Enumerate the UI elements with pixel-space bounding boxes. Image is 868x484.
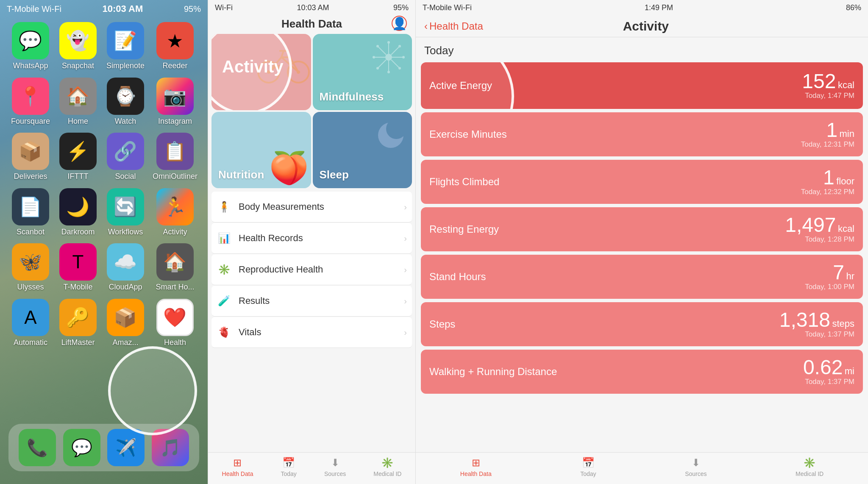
flights-climbed-item[interactable]: Flights Climbed 1 floor Today, 12:32 PM [421,160,863,204]
app-icon-img-deliveries: 📦 [12,133,49,170]
svg-line-19 [391,46,400,55]
app-icon-scanbot[interactable]: 📄Scanbot [10,188,51,237]
health-data-tab-icon: ⊞ [233,457,242,469]
dock-icon-spark[interactable]: ✈️ [107,429,145,466]
results-item[interactable]: 🧪 Results › [211,286,412,317]
flights-value: 1 floor Today, 12:32 PM [801,167,854,196]
vitals-label: Vitals [239,327,404,338]
steps-item[interactable]: Steps 1,318 steps Today, 1:37 PM [421,302,863,346]
app-icon-tmobile[interactable]: TT-Mobile [58,243,98,292]
results-chevron: › [404,296,407,306]
resting-energy-item[interactable]: Resting Energy 1,497 kcal Today, 1:28 PM [421,207,863,251]
active-energy-date: Today, 1:47 PM [802,92,854,100]
nutrition-tile[interactable]: Nutrition 🍑 [211,112,311,188]
resting-number: 1,497 [785,214,836,236]
nutrition-label: Nutrition [218,168,304,181]
app-icon-img-activity: 🏃 [156,188,194,225]
health-records-item[interactable]: 📊 Health Records › [211,223,412,254]
back-label: Health Data [429,20,483,32]
app-icon-home[interactable]: 🏠Home [58,78,98,126]
app-icon-amazon[interactable]: 📦Amaz... [105,299,146,348]
act-medical-id-icon: ✳️ [803,457,816,469]
app-icon-img-liftmaster: 🔑 [59,299,97,336]
app-icon-omni[interactable]: 📋OmniOutliner [153,133,198,181]
tab-health-data[interactable]: ⊞ Health Data [222,457,253,477]
app-icon-activity[interactable]: 🏃Activity [153,188,198,237]
resting-value: 1,497 kcal Today, 1:28 PM [785,215,854,244]
exercise-minutes-item[interactable]: Exercise Minutes 1 min Today, 12:31 PM [421,112,863,156]
profile-icon[interactable]: 👤 [392,16,407,31]
app-icon-foursquare[interactable]: 📍Foursquare [10,78,51,126]
app-label-cloudapp: CloudApp [108,283,142,292]
health-list: 🧍 Body Measurements › 📊 Health Records ›… [208,190,415,452]
health-tiles-grid: Activity [208,32,415,190]
svg-point-28 [376,67,379,70]
app-icon-img-scanbot: 📄 [12,188,49,225]
app-icon-ifttt[interactable]: ⚡IFTTT [58,133,98,181]
act-tab-health-data[interactable]: ⊞ Health Data [460,457,492,477]
moon-icon [372,118,406,154]
dock-icon-messages[interactable]: 💬 [63,429,100,466]
flights-label: Flights Climbed [429,176,499,188]
app-icon-smartho[interactable]: 🏠Smart Ho... [153,243,198,292]
activity-tile[interactable]: Activity [211,34,311,110]
dock-icon-phone[interactable]: 📞 [19,429,56,466]
app-icon-img-whatsapp: 💬 [12,22,49,59]
app-icon-workflows[interactable]: 🔄Workflows [105,188,146,237]
stand-value: 7 hr Today, 1:00 PM [805,262,854,291]
app-icon-instagram[interactable]: 📷Instagram [153,78,198,126]
tab-medical-id[interactable]: ✳️ Medical ID [373,457,401,477]
dock-icon-music[interactable]: 🎵 [152,429,189,466]
walking-running-item[interactable]: Walking + Running Distance 0.62 mi Today… [421,350,863,394]
app-icon-simplenote[interactable]: 📝Simplenote [105,22,146,71]
stand-date: Today, 1:00 PM [805,283,854,291]
flights-unit: floor [836,176,854,186]
app-icon-health[interactable]: ❤️Health [153,299,198,348]
mindfulness-tile[interactable]: Mindfulness [313,34,412,110]
app-icon-snapchat[interactable]: 👻Snapchat [58,22,98,71]
back-button[interactable]: ‹ Health Data [424,20,483,32]
tab-sources[interactable]: ⬇ Sources [324,457,346,477]
app-label-health: Health [164,338,186,348]
act-tab-sources[interactable]: ⬇ Sources [685,457,707,477]
reproductive-item[interactable]: ✳️ Reproductive Health › [211,254,412,285]
app-icon-darkroom[interactable]: 🌙Darkroom [58,188,98,237]
vitals-item[interactable]: 🫀 Vitals › [211,317,412,348]
sleep-tile[interactable]: Sleep [313,112,412,188]
app-icon-whatsapp[interactable]: 💬WhatsApp [10,22,51,71]
app-label-social: Social [115,172,136,181]
vitals-icon: 🫀 [217,325,232,340]
svg-line-20 [378,60,386,68]
act-tab-medical-id[interactable]: ✳️ Medical ID [796,457,823,477]
app-label-instagram: Instagram [158,117,192,126]
body-label: Body Measurements [239,201,404,212]
stand-hours-item[interactable]: Stand Hours 7 hr Today, 1:00 PM [421,255,863,299]
app-label-scanbot: Scanbot [17,228,45,237]
app-icon-reeder[interactable]: ★Reeder [153,22,198,71]
status-bar-panel3: T-Mobile Wi-Fi 1:49 PM 86% [416,0,868,16]
body-chevron: › [404,202,407,212]
active-energy-item[interactable]: Active Energy 152 kcal Today, 1:47 PM [421,62,863,109]
medical-id-tab-icon: ✳️ [381,457,394,469]
tab-today[interactable]: 📅 Today [281,457,297,477]
battery-label-p3: 86% [846,3,861,12]
app-icon-automatic[interactable]: AAutomatic [10,299,51,348]
svg-line-17 [378,46,386,55]
dandelion-icon [372,40,406,76]
app-icon-cloudapp[interactable]: ☁️CloudApp [105,243,146,292]
app-label-snapchat: Snapchat [62,61,94,71]
time-label-p2: 10:03 AM [297,3,329,12]
act-medical-id-label: Medical ID [796,470,823,477]
app-icon-social[interactable]: 🔗Social [105,133,146,181]
app-icon-liftmaster[interactable]: 🔑LiftMaster [58,299,98,348]
app-icon-deliveries[interactable]: 📦Deliveries [10,133,51,181]
app-icon-img-foursquare: 📍 [12,78,49,115]
app-icon-watch[interactable]: ⌚Watch [105,78,146,126]
app-icon-ulysses[interactable]: 🦋Ulysses [10,243,51,292]
app-icon-img-instagram: 📷 [156,78,194,115]
body-measurements-item[interactable]: 🧍 Body Measurements › [211,192,412,223]
walking-unit: mi [845,366,854,376]
act-tab-today[interactable]: 📅 Today [580,457,596,477]
sleep-label: Sleep [320,168,406,181]
app-icon-img-social: 🔗 [107,133,144,170]
